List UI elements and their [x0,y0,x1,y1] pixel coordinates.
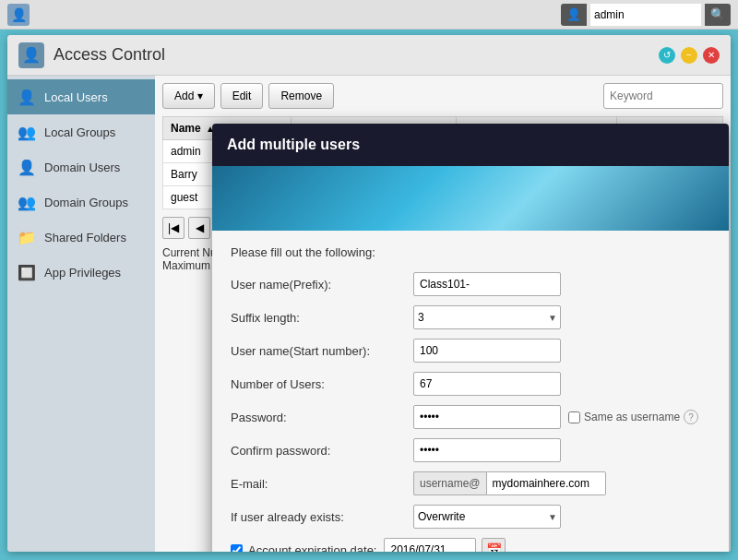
num-users-row: Number of Users: [231,372,710,396]
local-groups-icon: 👥 [17,122,37,142]
search-input[interactable] [603,83,723,109]
toolbar: Add ▾ Edit Remove [162,83,723,109]
add-multiple-users-modal: Add multiple users Please fill out the f… [212,124,729,552]
domain-groups-icon: 👥 [17,192,37,212]
num-users-input[interactable] [413,372,561,396]
same-as-username-row: Same as username ? [568,410,698,424]
suffix-length-select-wrapper: 1 2 3 4 5 ▼ [413,305,561,329]
sidebar-item-domain-groups[interactable]: 👥 Domain Groups [7,185,155,220]
expiry-row: Account expiration date: 📅 [231,538,710,552]
sidebar-item-label-local-groups: Local Groups [44,125,115,139]
username-input[interactable] [590,4,701,26]
email-domain-input[interactable] [486,471,606,495]
main-area: Add ▾ Edit Remove Name ▲ Description Quo… [155,76,731,552]
sidebar-item-app-privileges[interactable]: 🔲 App Privileges [7,255,155,290]
top-bar: 👤 👤 🔍 [0,0,738,30]
top-bar-left: 👤 [7,4,30,26]
domain-users-icon: 👤 [17,157,37,177]
email-prefix: username@ [413,471,486,495]
email-label: E-mail: [231,477,406,491]
email-row: E-mail: username@ [231,471,710,495]
username-start-input[interactable] [413,339,561,363]
help-icon: ? [684,410,698,424]
close-button[interactable]: ✕ [703,47,720,64]
confirm-password-row: Confirm password: [231,438,710,462]
shared-folders-icon: 📁 [17,227,37,247]
username-prefix-label: User name(Prefix): [231,278,406,292]
sidebar-item-label-local-users: Local Users [44,90,108,104]
window-controls: ↺ − ✕ [659,47,720,64]
username-prefix-input[interactable] [413,272,561,296]
suffix-length-row: Suffix length: 1 2 3 4 5 ▼ [231,305,710,329]
password-row: Password: Same as username ? [231,405,710,429]
local-users-icon: 👤 [17,87,37,107]
password-input[interactable] [413,405,561,429]
window-titlebar: 👤 Access Control ↺ − ✕ [7,35,731,76]
add-button[interactable]: Add ▾ [162,83,215,109]
window-title: Access Control [54,45,649,65]
same-as-username-checkbox[interactable] [568,411,580,423]
edit-button[interactable]: Edit [220,83,264,109]
modal-description: Please fill out the following: [231,245,710,259]
expiry-input-group: 📅 [384,538,506,552]
expiry-checkbox[interactable] [231,544,243,553]
expiry-checkbox-label: Account expiration date: [231,543,376,553]
calendar-icon[interactable]: 📅 [482,538,506,552]
password-label: Password: [231,411,406,424]
window-icon: 👤 [18,42,44,68]
sidebar-item-label-app-privileges: App Privileges [44,266,121,280]
search-icon[interactable]: 🔍 [705,4,731,26]
expiry-date-input[interactable] [384,538,476,552]
if-exists-row: If user already exists: Overwrite Skip R… [231,505,710,529]
user-icon: 👤 [561,4,587,26]
sidebar-item-domain-users[interactable]: 👤 Domain Users [7,149,155,185]
sidebar-item-local-users[interactable]: 👤 Local Users [7,79,155,114]
username-prefix-row: User name(Prefix): [231,272,710,296]
teal-button[interactable]: ↺ [659,47,675,64]
suffix-length-label: Suffix length: [231,311,406,325]
prev-page-button[interactable]: ◀ [188,217,210,239]
app-icon: 👤 [7,4,30,26]
same-as-username-label: Same as username [584,411,680,423]
remove-button[interactable]: Remove [268,83,334,109]
confirm-password-input[interactable] [413,438,561,462]
modal-body: Please fill out the following: User name… [212,231,729,552]
username-start-label: User name(Start number): [231,344,406,358]
if-exists-select-wrapper: Overwrite Skip Rename ▼ [413,505,561,529]
suffix-length-select[interactable]: 1 2 3 4 5 [413,305,561,329]
modal-banner [212,166,729,231]
sidebar-item-local-groups[interactable]: 👥 Local Groups [7,114,155,149]
num-users-label: Number of Users: [231,377,406,391]
sidebar-item-label-shared-folders: Shared Folders [44,231,126,244]
expiry-label: Account expiration date: [248,543,376,553]
email-input-group: username@ [413,471,606,495]
modal-titlebar: Add multiple users [212,124,729,166]
modal-title: Add multiple users [227,137,360,152]
sidebar-item-shared-folders[interactable]: 📁 Shared Folders [7,220,155,255]
minimize-button[interactable]: − [681,47,697,64]
first-page-button[interactable]: |◀ [162,217,184,239]
sidebar-item-label-domain-groups: Domain Groups [44,196,128,209]
app-privileges-icon: 🔲 [17,262,37,282]
username-start-row: User name(Start number): [231,339,710,363]
if-exists-select[interactable]: Overwrite Skip Rename [413,505,561,529]
window-content: 👤 Local Users 👥 Local Groups 👤 Domain Us… [7,76,731,552]
top-bar-right: 👤 🔍 [561,4,731,26]
sidebar: 👤 Local Users 👥 Local Groups 👤 Domain Us… [7,76,155,552]
sidebar-item-label-domain-users: Domain Users [44,161,120,174]
main-window: 👤 Access Control ↺ − ✕ 👤 Local Users 👥 L… [7,35,731,552]
confirm-password-label: Confirm password: [231,444,406,458]
if-exists-label: If user already exists: [231,510,406,524]
